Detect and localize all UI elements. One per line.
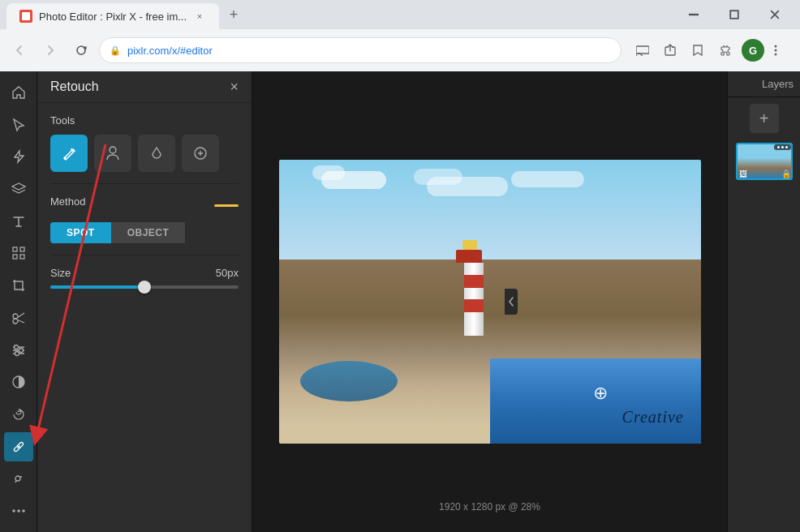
svg-rect-12 <box>20 255 24 259</box>
tool-text[interactable] <box>4 207 33 236</box>
size-value: 50px <box>216 267 239 279</box>
minimize-btn[interactable] <box>675 2 712 28</box>
size-slider-fill <box>50 285 144 289</box>
stripe-1 <box>464 275 484 288</box>
tool-contrast[interactable] <box>4 367 33 397</box>
layer-lock-icon: 🔒 <box>781 169 791 178</box>
window-controls <box>675 2 794 28</box>
tool-retouch[interactable] <box>4 432 33 461</box>
size-slider-thumb[interactable] <box>138 281 151 294</box>
svg-rect-10 <box>20 247 24 251</box>
size-section: Size 50px <box>37 255 252 305</box>
tool-icons-row <box>50 135 239 172</box>
svg-point-17 <box>15 351 19 355</box>
lighthouse-body <box>464 263 484 336</box>
method-row: Method <box>50 195 239 216</box>
tool-spiral[interactable] <box>4 400 33 429</box>
panel-close-btn[interactable]: × <box>230 79 239 94</box>
menu-btn[interactable] <box>768 37 794 63</box>
svg-point-22 <box>12 509 15 513</box>
svg-rect-1 <box>730 11 738 19</box>
bookmark-icon[interactable] <box>685 37 711 63</box>
tool-lightning[interactable] <box>4 142 33 171</box>
tool-paint[interactable] <box>4 465 33 494</box>
svg-point-26 <box>110 147 116 153</box>
image-dimensions: 1920 x 1280 px @ 28% <box>439 501 540 513</box>
address-bar: 🔒 pixlr.com/x/#editor G <box>0 29 800 71</box>
reload-btn[interactable] <box>68 37 94 63</box>
active-tab[interactable]: Photo Editor : Pixlr X - free im... × <box>6 3 219 29</box>
extensions-icon[interactable] <box>712 37 738 63</box>
forward-btn[interactable] <box>37 37 63 63</box>
collapse-panel-btn[interactable] <box>505 289 518 315</box>
left-toolbar <box>0 71 37 532</box>
spot-method-btn[interactable]: SPOT <box>50 222 111 243</box>
svg-point-14 <box>13 319 18 324</box>
toolbar-icons: G <box>630 37 794 63</box>
add-layer-btn[interactable]: + <box>750 104 779 133</box>
tools-section: Tools <box>37 103 252 183</box>
tool-select[interactable] <box>4 110 33 139</box>
url-bar[interactable]: 🔒 pixlr.com/x/#editor <box>99 37 622 63</box>
watermark: Creative <box>622 408 684 427</box>
layer-thumbnail[interactable]: 🖼 🔒 <box>736 143 793 180</box>
title-bar: Photo Editor : Pixlr X - free im... × + <box>0 0 800 29</box>
dodge-tool-btn[interactable] <box>182 135 219 172</box>
dot-2 <box>781 146 784 148</box>
cast-icon[interactable] <box>630 37 656 63</box>
object-method-btn[interactable]: OBJECT <box>111 222 186 243</box>
stripe-2 <box>464 299 484 312</box>
tool-crop[interactable] <box>4 271 33 300</box>
dot-3 <box>785 146 788 148</box>
svg-point-23 <box>17 509 20 513</box>
canvas-area[interactable]: Creative ⊕ 1920 x 1280 px @ 28% <box>252 71 727 532</box>
layer-options-btn[interactable] <box>774 144 791 150</box>
pool <box>300 361 398 401</box>
blur-tool-btn[interactable] <box>138 135 175 172</box>
browser-chrome: Photo Editor : Pixlr X - free im... × + <box>0 0 800 71</box>
dot-1 <box>777 146 780 148</box>
crosshair-cursor: ⊕ <box>593 383 608 404</box>
svg-point-13 <box>13 314 18 319</box>
svg-rect-0 <box>689 14 699 15</box>
size-slider-track[interactable] <box>50 285 239 289</box>
svg-point-7 <box>775 49 777 52</box>
svg-point-16 <box>19 348 23 352</box>
image-info: 1920 x 1280 px @ 28% <box>439 501 540 513</box>
back-btn[interactable] <box>6 37 32 63</box>
tool-home[interactable] <box>4 78 33 107</box>
share-icon[interactable] <box>657 37 683 63</box>
svg-point-25 <box>64 157 67 160</box>
close-window-btn[interactable] <box>756 2 794 28</box>
url-text: pixlr.com/x/#editor <box>127 45 611 57</box>
tool-adjust[interactable] <box>4 336 33 365</box>
svg-point-24 <box>22 509 25 513</box>
tool-layers[interactable] <box>4 174 33 204</box>
tab-close-btn[interactable]: × <box>193 10 206 23</box>
method-section: Method SPOT OBJECT <box>37 184 252 255</box>
tool-scissors[interactable] <box>4 303 33 332</box>
canvas-image: Creative ⊕ <box>279 160 701 444</box>
lighthouse-top <box>456 250 482 263</box>
new-tab-btn[interactable]: + <box>222 3 245 26</box>
svg-rect-11 <box>13 255 17 259</box>
app: Retouch × Tools <box>0 71 800 532</box>
layer-img-icon: 🖼 <box>739 169 747 178</box>
panel-header: Retouch × <box>37 71 252 103</box>
profile-btn[interactable]: G <box>740 37 766 63</box>
layers-header: Layers <box>728 71 800 97</box>
tools-label: Tools <box>50 114 239 127</box>
cloud-2 <box>312 165 345 180</box>
tool-more[interactable] <box>4 496 33 526</box>
svg-point-21 <box>20 476 22 478</box>
size-label: Size <box>50 267 71 279</box>
profile-avatar: G <box>742 39 764 62</box>
tool-pattern[interactable] <box>4 239 33 268</box>
panel-title: Retouch <box>50 79 99 94</box>
clone-stamp-tool-btn[interactable] <box>94 135 131 172</box>
svg-point-8 <box>775 54 777 56</box>
svg-point-6 <box>775 45 777 48</box>
spot-heal-tool-btn[interactable] <box>50 135 88 172</box>
restore-btn[interactable] <box>716 2 753 28</box>
method-btn-group: SPOT OBJECT <box>50 222 239 243</box>
